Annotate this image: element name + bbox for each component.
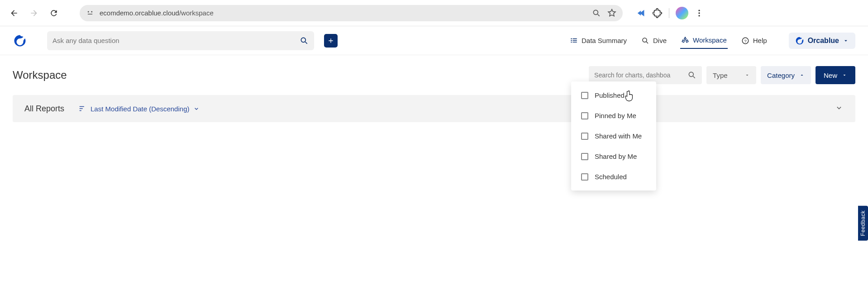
caret-up-icon — [799, 72, 805, 78]
svg-text:?: ? — [744, 38, 747, 43]
dropdown-label: Published — [595, 91, 625, 99]
nav-help[interactable]: ? Help — [740, 33, 768, 48]
dropdown-label: Shared by Me — [595, 152, 637, 160]
dropdown-label: Scheduled — [595, 173, 627, 181]
browser-chrome: ecomdemo.orcablue.cloud/workspace — [0, 0, 868, 26]
sort-label: Last Modified Date (Descending) — [91, 105, 189, 113]
svg-rect-14 — [573, 40, 577, 41]
page-body: Workspace Type Category New All Reports — [0, 55, 868, 133]
caret-down-icon — [843, 38, 849, 44]
svg-rect-12 — [571, 42, 572, 43]
svg-line-9 — [305, 42, 307, 43]
new-button[interactable]: New — [816, 66, 855, 84]
sort-control[interactable]: Last Modified Date (Descending) — [79, 105, 200, 113]
dropdown-label: Pinned by Me — [595, 112, 636, 119]
page-title: Workspace — [13, 69, 67, 81]
app-logo[interactable] — [13, 33, 27, 48]
svg-line-4 — [598, 14, 600, 16]
svg-rect-10 — [571, 38, 572, 39]
url-host: ecomdemo.orcablue.cloud — [100, 9, 179, 17]
svg-point-0 — [88, 11, 89, 12]
caret-down-icon — [744, 72, 750, 78]
new-label: New — [824, 71, 837, 79]
brand-menu-button[interactable]: Orcablue — [789, 33, 855, 49]
feedback-tab[interactable]: Feedback — [858, 206, 868, 241]
nav-label: Data Summary — [582, 37, 627, 44]
url-text: ecomdemo.orcablue.cloud/workspace — [100, 9, 587, 17]
all-reports-bar: All Reports Last Modified Date (Descendi… — [13, 95, 855, 122]
sort-icon — [79, 105, 87, 113]
nav-label: Dive — [653, 37, 667, 44]
browser-menu-icon[interactable] — [695, 9, 704, 18]
checkbox[interactable] — [581, 112, 588, 119]
svg-point-7 — [698, 15, 700, 16]
dropdown-item-pinned[interactable]: Pinned by Me — [571, 105, 656, 126]
filter-label: Type — [713, 71, 728, 79]
dropdown-item-published[interactable]: Published — [571, 85, 656, 105]
dropdown-item-scheduled[interactable]: Scheduled — [571, 167, 656, 187]
ask-input[interactable] — [52, 37, 300, 44]
ask-input-container — [47, 31, 314, 50]
nav-workspace[interactable]: Workspace — [680, 33, 728, 49]
chevron-down-icon — [193, 105, 200, 112]
app-header: Data Summary Dive Workspace ? Help Orcab… — [0, 26, 868, 55]
zoom-icon[interactable] — [592, 9, 601, 18]
dropdown-item-shared-by[interactable]: Shared by Me — [571, 146, 656, 167]
search-icon[interactable] — [300, 36, 309, 45]
svg-point-8 — [301, 38, 305, 42]
brand-label: Orcablue — [808, 37, 839, 45]
toolbar: Workspace Type Category New — [13, 66, 855, 84]
back-button[interactable] — [6, 5, 22, 21]
bookmark-star-icon[interactable] — [607, 9, 616, 18]
dropdown-label: Shared with Me — [595, 132, 642, 140]
expand-reports[interactable] — [835, 103, 844, 114]
extension-arrow-icon[interactable] — [636, 8, 646, 18]
nav-dive[interactable]: Dive — [640, 33, 668, 48]
svg-point-3 — [593, 10, 598, 14]
checkbox[interactable] — [581, 153, 588, 160]
checkbox[interactable] — [581, 133, 588, 140]
url-path: /workspace — [179, 9, 214, 17]
nav-label: Help — [753, 37, 767, 44]
category-filter[interactable]: Category — [761, 66, 811, 84]
forward-button[interactable] — [26, 5, 42, 21]
add-button[interactable] — [324, 34, 338, 48]
svg-rect-15 — [573, 42, 577, 43]
filter-label: Category — [767, 71, 795, 79]
cursor-icon — [625, 91, 634, 102]
svg-line-17 — [646, 42, 648, 43]
type-filter[interactable]: Type — [706, 66, 756, 84]
svg-line-21 — [693, 76, 695, 78]
checkbox[interactable] — [581, 92, 588, 99]
nav-data-summary[interactable]: Data Summary — [569, 33, 628, 48]
svg-point-5 — [698, 10, 700, 11]
svg-rect-13 — [573, 38, 577, 39]
dropdown-item-shared-with[interactable]: Shared with Me — [571, 126, 656, 146]
svg-point-20 — [689, 72, 693, 76]
checkbox[interactable] — [581, 173, 588, 181]
search-icon[interactable] — [687, 71, 696, 80]
category-dropdown: Published Pinned by Me Shared with Me Sh… — [571, 81, 656, 191]
all-reports-title: All Reports — [24, 104, 64, 114]
divider — [669, 8, 669, 18]
nav-label: Workspace — [693, 36, 727, 44]
workspace-search-input[interactable] — [594, 71, 687, 79]
extensions-icon[interactable] — [653, 8, 663, 18]
svg-point-1 — [91, 11, 92, 12]
site-settings-icon — [86, 9, 94, 17]
caret-down-icon — [842, 72, 847, 78]
chevron-down-icon — [835, 103, 844, 112]
svg-point-6 — [698, 12, 700, 14]
svg-point-16 — [643, 38, 647, 42]
svg-rect-11 — [571, 40, 572, 41]
reload-button[interactable] — [46, 5, 62, 21]
profile-avatar[interactable] — [676, 7, 688, 19]
address-bar[interactable]: ecomdemo.orcablue.cloud/workspace — [80, 5, 623, 21]
svg-rect-2 — [88, 14, 93, 14]
